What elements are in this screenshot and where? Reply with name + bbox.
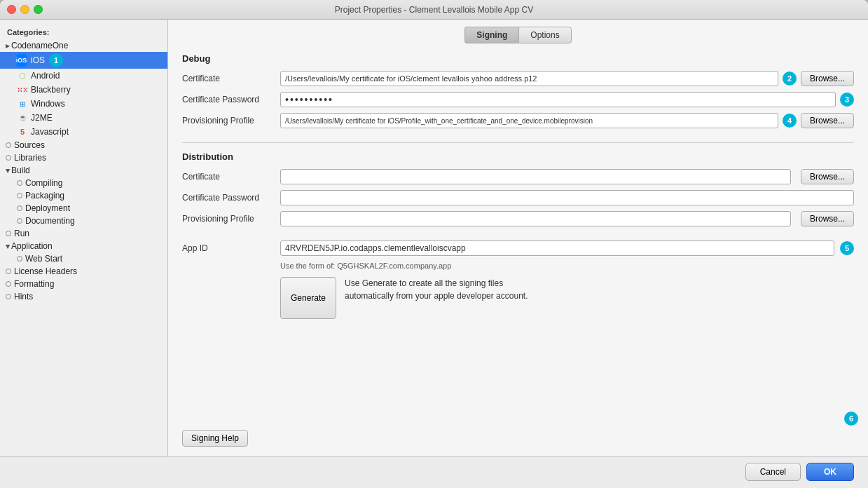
- minimize-button[interactable]: [20, 5, 29, 14]
- debug-section-title: Debug: [182, 53, 854, 64]
- ios-icon: iOS: [17, 55, 28, 66]
- sidebar-item-j2me[interactable]: ☕ J2ME: [0, 111, 167, 125]
- sidebar-item-application[interactable]: ▶ Application: [0, 240, 167, 252]
- sidebar-item-label: Hints: [14, 292, 33, 301]
- debug-certificate-input[interactable]: [280, 71, 778, 86]
- sidebar-item-packaging[interactable]: Packaging: [0, 189, 167, 202]
- appid-row: App ID 5: [182, 240, 854, 256]
- dist-provisioning-browse[interactable]: Browse...: [801, 211, 854, 226]
- generate-area: Generate Use Generate to create all the …: [280, 277, 854, 319]
- tab-bar: Signing Options: [182, 27, 854, 43]
- debug-provisioning-row: Provisioning Profile 4 Browse...: [182, 113, 854, 128]
- badge-4: 4: [783, 114, 797, 128]
- debug-certificate-row: Certificate 2 Browse...: [182, 71, 854, 86]
- section-divider: [182, 142, 854, 143]
- expand-icon: ▶: [6, 43, 10, 49]
- circle-icon: [6, 281, 11, 287]
- sidebar-item-label: Javascript: [31, 127, 69, 137]
- debug-certificate-browse[interactable]: Browse...: [801, 71, 854, 86]
- debug-certificate-label: Certificate: [182, 74, 280, 83]
- sidebar-item-ios[interactable]: iOS iOS 1: [0, 52, 167, 69]
- circle-icon: [6, 231, 11, 236]
- appid-label: App ID: [182, 243, 280, 253]
- circle-icon: [17, 218, 22, 224]
- sidebar-item-webstart[interactable]: Web Start: [0, 252, 167, 265]
- expand-icon: ▶: [5, 168, 11, 172]
- sidebar-item-libraries[interactable]: Libraries: [0, 151, 167, 164]
- badge-5: 5: [840, 241, 854, 255]
- html5-icon: 5: [17, 126, 28, 137]
- appid-hint: Use the form of: Q5GHSKAL2F.com.company.…: [280, 262, 854, 270]
- sidebar-item-run[interactable]: Run: [0, 227, 167, 240]
- sidebar-item-javascript[interactable]: 5 Javascript: [0, 125, 167, 139]
- tab-signing[interactable]: Signing: [464, 27, 518, 43]
- maximize-button[interactable]: [34, 5, 43, 14]
- window: Project Properties - Clement Levallois M…: [0, 0, 868, 488]
- spacer: [182, 232, 854, 240]
- debug-password-row: Certificate Password 3: [182, 92, 854, 107]
- circle-icon: [17, 193, 22, 198]
- debug-provisioning-input[interactable]: [280, 113, 778, 128]
- sidebar-item-deployment[interactable]: Deployment: [0, 202, 167, 215]
- dist-certificate-label: Certificate: [182, 172, 280, 182]
- j2me-icon: ☕: [17, 112, 28, 123]
- close-button[interactable]: [7, 5, 16, 14]
- sidebar-item-label: Documenting: [25, 216, 75, 226]
- sidebar-item-label: Formatting: [14, 279, 54, 289]
- debug-provisioning-label: Provisioning Profile: [182, 116, 280, 126]
- sidebar-item-formatting[interactable]: Formatting: [0, 278, 167, 290]
- dist-provisioning-row: Provisioning Profile Browse...: [182, 211, 854, 226]
- android-icon: ⬡: [17, 70, 28, 81]
- tab-options[interactable]: Options: [518, 27, 571, 43]
- circle-icon: [17, 205, 22, 211]
- debug-provisioning-browse[interactable]: Browse...: [801, 113, 854, 128]
- sidebar: Categories: ▶ CodenameOne iOS iOS 1 ⬡ An…: [0, 20, 168, 456]
- sidebar-item-label: Build: [11, 165, 30, 175]
- sidebar-item-label: Android: [31, 71, 60, 81]
- sidebar-item-hints[interactable]: Hints: [0, 290, 167, 303]
- circle-icon: [6, 142, 11, 148]
- sidebar-item-label: Run: [14, 229, 29, 238]
- dist-certificate-input[interactable]: [280, 169, 791, 184]
- sidebar-item-label: Blackberry: [31, 85, 71, 95]
- sidebar-item-build[interactable]: ▶ Build: [0, 164, 167, 177]
- sidebar-item-label: CodenameOne: [11, 41, 68, 50]
- generate-button[interactable]: Generate: [280, 277, 336, 319]
- dist-certificate-browse[interactable]: Browse...: [801, 169, 854, 184]
- dist-password-row: Certificate Password: [182, 190, 854, 205]
- sidebar-item-sources[interactable]: Sources: [0, 139, 167, 151]
- circle-icon: [6, 294, 11, 299]
- ok-button[interactable]: OK: [806, 463, 854, 481]
- dist-password-label: Certificate Password: [182, 193, 280, 203]
- sidebar-item-blackberry[interactable]: ⁙⁙ Blackberry: [0, 83, 167, 97]
- sidebar-item-windows[interactable]: ⊞ Windows: [0, 97, 167, 111]
- sidebar-item-documenting[interactable]: Documenting: [0, 215, 167, 227]
- window-title: Project Properties - Clement Levallois M…: [335, 5, 533, 15]
- circle-icon: [17, 256, 22, 262]
- main-panel: Signing Options Debug Certificate 2 Brow…: [168, 20, 868, 456]
- sidebar-item-codenameone[interactable]: ▶ CodenameOne: [0, 39, 167, 52]
- sidebar-item-compiling[interactable]: Compiling: [0, 177, 167, 189]
- traffic-lights: [7, 5, 43, 14]
- appid-input[interactable]: [280, 240, 834, 256]
- sidebar-item-licenseheaders[interactable]: License Headers: [0, 265, 167, 278]
- sidebar-item-label: Packaging: [25, 191, 64, 201]
- blackberry-icon: ⁙⁙: [17, 84, 28, 95]
- debug-password-input[interactable]: [280, 92, 836, 107]
- dist-password-input[interactable]: [280, 190, 854, 205]
- bottom-bar: Signing Help: [182, 424, 854, 449]
- circle-icon: [17, 180, 22, 186]
- signing-help-button[interactable]: Signing Help: [182, 430, 248, 447]
- cancel-button[interactable]: Cancel: [745, 463, 801, 481]
- dist-provisioning-label: Provisioning Profile: [182, 214, 280, 224]
- dist-provisioning-input[interactable]: [280, 211, 791, 226]
- debug-password-label: Certificate Password: [182, 95, 280, 104]
- badge-3: 3: [840, 93, 854, 107]
- sidebar-item-label: Sources: [14, 140, 45, 150]
- sidebar-item-label: iOS: [31, 55, 45, 65]
- sidebar-item-label: License Headers: [14, 266, 77, 276]
- sidebar-item-label: J2ME: [31, 113, 53, 123]
- sidebar-item-label: Libraries: [14, 153, 46, 163]
- badge-1: 1: [49, 53, 63, 67]
- sidebar-item-android[interactable]: ⬡ Android: [0, 69, 167, 83]
